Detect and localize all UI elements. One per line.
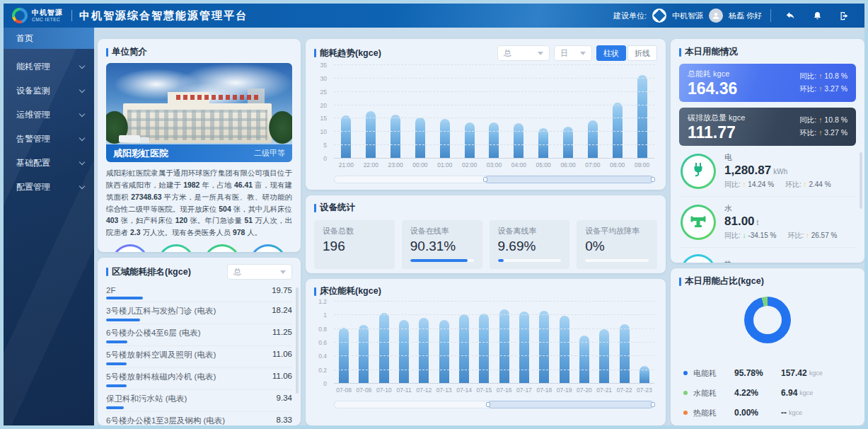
device-stat-progress xyxy=(410,259,474,262)
logo-subtitle: CMC IETEC xyxy=(32,18,63,23)
trend-arrow-icon: ↑ xyxy=(743,181,746,188)
energy-type-row: 水 81.00t 同比: ↓ -34.15 % 环比: ↑ 26.57 % xyxy=(679,197,856,248)
stat-ring: 27348 ㎡ xyxy=(112,244,149,252)
zoom-handle-left[interactable] xyxy=(486,402,490,407)
builder-label: 建设单位: xyxy=(613,11,647,21)
trend-type-select[interactable]: 总 xyxy=(497,45,550,61)
legend-value: 6.94 xyxy=(781,388,797,398)
energy-trend-panel: 能耗趋势(kgce) 总 日 柱状 折线 xyxy=(306,39,666,190)
trend-period-select[interactable]: 日 xyxy=(554,45,592,61)
data-zoom-slider[interactable] xyxy=(334,401,654,408)
legend-percent: 4.22% xyxy=(734,388,781,398)
device-stat-card: 设备平均故障率 0% xyxy=(577,220,657,269)
user-avatar[interactable] xyxy=(709,8,723,23)
today-summary-card: 碳排放总量 kgce 111.77 同比: ↑ 10.8 % 环比: ↑ 3.2… xyxy=(679,108,856,146)
ranking-panel-title: 区域能耗排名(kgce) xyxy=(112,266,191,278)
app-logo: 中机智源 CMC IETEC xyxy=(4,8,70,23)
device-stat-progress xyxy=(585,259,649,262)
title-marker xyxy=(106,268,108,276)
tree-decoration xyxy=(106,105,133,150)
bar-view-button[interactable]: 柱状 xyxy=(596,45,626,61)
bar-23:00 xyxy=(390,115,400,159)
photo-caption-bar: 咸阳彩虹医院 二级甲等 xyxy=(106,144,292,162)
chevron-down-icon xyxy=(538,52,543,55)
app-header: 中机智源 CMC IETEC 中机智源综合智慧能源管理平台 建设单位: 中机智源… xyxy=(4,4,864,28)
data-zoom-slider[interactable] xyxy=(334,176,654,183)
card-unit: kgce xyxy=(729,113,745,122)
energy-ratio-panel: 本日用能占比(kgce) 电能耗 95.78% 157.42 kgce xyxy=(671,268,864,425)
device-stat-value: 90.31% xyxy=(410,239,474,254)
zoom-handle-right[interactable] xyxy=(651,402,655,407)
zoom-handle-left[interactable] xyxy=(483,177,487,182)
ranking-row: 3号楼儿五科与发热门诊 (电表)18.24 xyxy=(106,302,292,324)
chevron-down-icon xyxy=(79,86,85,92)
builder-logo-icon xyxy=(652,8,666,23)
up-arrow-icon: ↑ xyxy=(818,115,822,124)
device-stat-card: 设备在线率 90.31% xyxy=(402,220,482,269)
yoy-label: 同比: xyxy=(799,115,816,124)
bell-icon[interactable] xyxy=(806,8,828,23)
hospital-grade: 二级甲等 xyxy=(254,148,285,159)
sidebar-item[interactable]: 基础配置 xyxy=(4,151,94,175)
sidebar-item[interactable]: 设备监测 xyxy=(4,79,94,103)
trend-panel-title: 能耗趋势(kgce) xyxy=(320,47,381,59)
unit-stat: 27348 ㎡ 建筑面积 xyxy=(108,244,153,252)
chevron-down-icon xyxy=(79,110,85,116)
plot-area xyxy=(334,302,654,384)
sidebar-item[interactable]: 能耗管理 xyxy=(4,55,94,79)
zoom-handle-right[interactable] xyxy=(651,177,655,182)
ranking-filter-select[interactable]: 总 xyxy=(227,264,292,280)
line-view-button[interactable]: 折线 xyxy=(627,45,657,61)
card-label: 总能耗 xyxy=(688,69,711,78)
bar-07-16 xyxy=(499,309,509,384)
device-stat-label: 设备在线率 xyxy=(410,226,474,236)
dashboard-frame: 中机智源 CMC IETEC 中机智源综合智慧能源管理平台 建设单位: 中机智源… xyxy=(0,0,868,429)
mom-value: 3.27 % xyxy=(824,128,847,137)
today-panel-scrollbar[interactable] xyxy=(860,152,862,209)
mom-value: 26.57 % xyxy=(811,231,838,239)
x-axis: 21:0022:0023:0000:0001:0002:0003:0004:00… xyxy=(334,161,654,168)
sidebar-item[interactable]: 告警管理 xyxy=(4,127,94,151)
title-marker xyxy=(679,48,681,57)
logout-icon[interactable] xyxy=(833,8,855,23)
legend-value: 157.42 xyxy=(781,368,807,378)
chevron-down-icon xyxy=(79,183,85,188)
mom-value: 2.44 % xyxy=(809,181,831,188)
sidebar-item[interactable]: 配置管理 xyxy=(4,175,94,199)
title-marker xyxy=(314,49,316,57)
unit-stat: 600 张 床位数 xyxy=(245,244,291,252)
sidebar-item-label: 能耗管理 xyxy=(16,61,50,73)
device-stat-value: 196 xyxy=(323,239,386,254)
mom-label: 环比: xyxy=(799,84,816,93)
logo-name: 中机智源 xyxy=(32,9,63,16)
energy-value: 1,280.87 xyxy=(724,164,771,177)
ranking-scrollbar[interactable] xyxy=(296,287,299,394)
card-value: 164.36 xyxy=(688,81,737,97)
energy-unit: kWh xyxy=(773,168,787,176)
sidebar: 首页 能耗管理 设备监测 运维管理 告警管理 xyxy=(4,28,94,425)
sidebar-item-label: 告警管理 xyxy=(16,133,50,145)
unit-stat: 978 人 用能人数 xyxy=(154,244,199,252)
sidebar-item-home[interactable]: 首页 xyxy=(4,28,94,49)
back-icon[interactable] xyxy=(780,8,801,23)
devices-panel-title: 设备统计 xyxy=(320,202,355,214)
device-stats-panel: 设备统计 设备总数 196 设备在线率 90.31% xyxy=(306,195,666,273)
ambulance-decoration xyxy=(119,135,140,142)
legend-row: 水能耗 4.22% 6.94 kgce xyxy=(683,383,852,403)
bar-00:00 xyxy=(415,118,425,159)
energy-type-label: 水 xyxy=(724,203,837,214)
card-label: 碳排放总量 xyxy=(688,113,727,122)
energy-type-row: 热 0.00 xyxy=(679,248,856,263)
trend-type-value: 总 xyxy=(504,48,511,59)
chevron-down-icon xyxy=(580,52,586,55)
ranking-list: 2F19.753号楼儿五科与发热门诊 (电表)18.246号楼办公楼4至6层 (… xyxy=(106,282,292,425)
yoy-value: 14.24 % xyxy=(748,181,774,188)
ranking-row: 6号楼办公楼1至3层及钢构 (电表)8.33 xyxy=(106,412,292,425)
sidebar-item[interactable]: 运维管理 xyxy=(4,103,94,127)
energy-icon-ring xyxy=(681,205,716,240)
bar-07-22 xyxy=(620,324,630,384)
chevron-down-icon xyxy=(79,62,85,68)
device-stat-card: 设备总数 196 xyxy=(314,220,395,269)
title-marker xyxy=(314,204,316,212)
legend-label: 水能耗 xyxy=(693,388,734,399)
